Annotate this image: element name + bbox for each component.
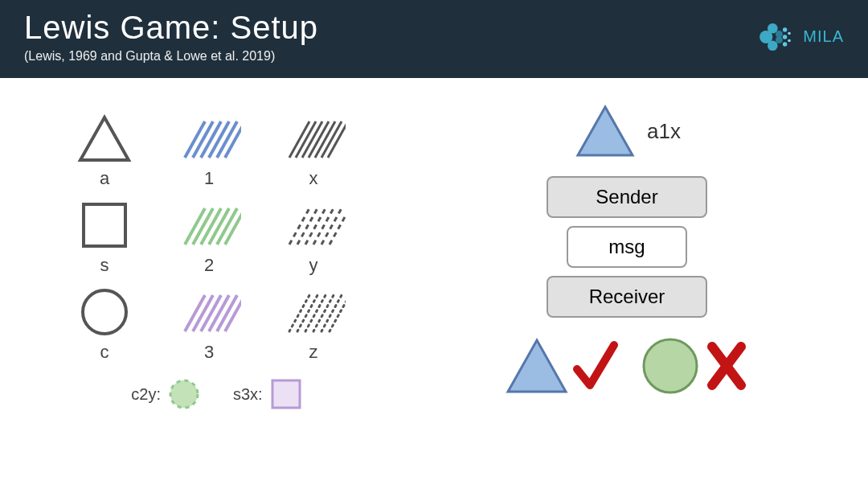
triangle-icon bbox=[76, 113, 133, 163]
label-s: s bbox=[100, 255, 109, 276]
cell-shape-square: s bbox=[64, 197, 145, 276]
svg-point-4 bbox=[776, 36, 783, 43]
svg-point-2 bbox=[768, 40, 778, 51]
mila-logo: MILA bbox=[753, 15, 844, 59]
target-triangle-icon bbox=[573, 102, 637, 160]
cell-texture-y: y bbox=[273, 197, 354, 276]
circle-icon bbox=[79, 286, 130, 338]
attribute-grid: a 1 x s 2 y bbox=[56, 102, 378, 419]
svg-point-54 bbox=[644, 339, 697, 392]
example-c2y: c2y: bbox=[131, 377, 201, 411]
cell-texture-z: z bbox=[273, 284, 354, 363]
slide-title: Lewis Game: Setup bbox=[24, 10, 318, 46]
cell-color-2: 2 bbox=[169, 197, 249, 276]
label-1: 1 bbox=[204, 168, 214, 189]
receiver-box: Receiver bbox=[547, 276, 707, 318]
choice-circle-icon bbox=[638, 334, 702, 398]
label-c: c bbox=[100, 342, 109, 363]
cross-icon bbox=[702, 335, 751, 397]
correct-choice bbox=[503, 335, 619, 397]
label-3: 3 bbox=[204, 342, 214, 363]
svg-rect-24 bbox=[84, 204, 125, 246]
example-s3x: s3x: bbox=[233, 377, 303, 411]
title-block: Lewis Game: Setup (Lewis, 1969 and Gupta… bbox=[24, 10, 318, 64]
label-x: x bbox=[309, 168, 318, 189]
check-icon bbox=[571, 335, 619, 397]
square-icon bbox=[80, 200, 129, 250]
flow-diagram: a1x Sender msg Receiver bbox=[426, 102, 828, 419]
dashed-hatch-icon bbox=[281, 200, 346, 250]
example-c2y-code: c2y: bbox=[131, 385, 161, 404]
target-object: a1x bbox=[573, 102, 681, 160]
mila-logo-icon bbox=[753, 15, 796, 59]
target-code: a1x bbox=[647, 119, 681, 144]
cell-texture-x: x bbox=[273, 110, 354, 189]
mila-logo-text: MILA bbox=[803, 27, 844, 46]
svg-marker-52 bbox=[578, 107, 633, 155]
label-z: z bbox=[309, 342, 318, 363]
svg-marker-53 bbox=[508, 340, 566, 392]
slide-header: Lewis Game: Setup (Lewis, 1969 and Gupta… bbox=[0, 0, 868, 78]
svg-point-7 bbox=[783, 42, 787, 46]
slide-body: a 1 x s 2 y bbox=[0, 78, 868, 419]
green-hatch-icon bbox=[177, 200, 241, 250]
cell-color-3: 3 bbox=[169, 284, 249, 363]
slide-subtitle: (Lewis, 1969 and Gupta & Lowe et al. 201… bbox=[24, 49, 318, 64]
label-2: 2 bbox=[204, 255, 214, 276]
choice-triangle-icon bbox=[503, 335, 571, 397]
dotted-hatch-icon bbox=[281, 287, 346, 337]
label-a: a bbox=[100, 168, 109, 189]
sender-box: Sender bbox=[547, 176, 707, 218]
svg-point-1 bbox=[768, 23, 778, 33]
purple-square-icon bbox=[269, 377, 303, 411]
purple-hatch-icon bbox=[177, 287, 241, 337]
svg-point-5 bbox=[783, 27, 787, 31]
svg-point-6 bbox=[783, 35, 787, 39]
cell-shape-triangle: a bbox=[64, 110, 145, 189]
svg-point-50 bbox=[170, 380, 198, 408]
blue-hatch-icon bbox=[177, 113, 241, 163]
examples: c2y: s3x: bbox=[64, 377, 370, 411]
msg-box: msg bbox=[567, 226, 687, 268]
svg-point-8 bbox=[788, 31, 792, 35]
svg-point-37 bbox=[83, 290, 126, 334]
cell-color-1: 1 bbox=[169, 110, 249, 189]
dashed-green-circle-icon bbox=[167, 377, 201, 411]
label-y: y bbox=[309, 255, 318, 276]
solid-hatch-icon bbox=[281, 113, 346, 163]
svg-marker-10 bbox=[80, 117, 129, 160]
svg-point-9 bbox=[788, 39, 792, 42]
receiver-choices bbox=[503, 334, 751, 398]
example-s3x-code: s3x: bbox=[233, 385, 263, 404]
cell-shape-circle: c bbox=[64, 284, 145, 363]
incorrect-choice bbox=[638, 334, 751, 398]
svg-rect-51 bbox=[272, 380, 300, 408]
